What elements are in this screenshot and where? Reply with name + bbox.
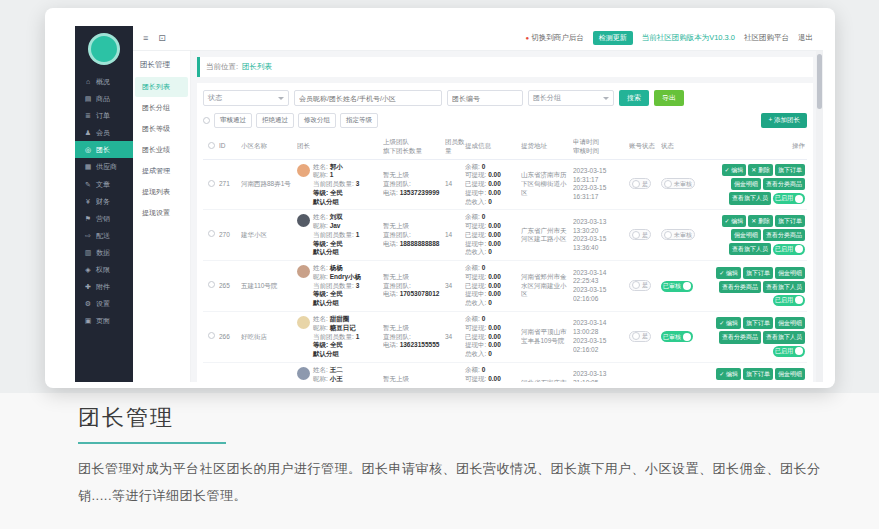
- search-button[interactable]: 搜索: [619, 90, 649, 106]
- pickup-address: 河北省石家庄市长安区谈固小区: [521, 379, 573, 382]
- submenu-item-团长等级[interactable]: 团长等级: [135, 119, 188, 139]
- select-all-checkbox[interactable]: [203, 117, 210, 124]
- sidebar-item-供应商[interactable]: ▦ 供应商: [75, 158, 133, 175]
- sidebar-item-财务[interactable]: ¥ 财务: [75, 193, 133, 210]
- table-row: 266 好吃街店 姓名: 甜甜圈昵称: 糖豆日记当前团员数量: 1等级: 全民默…: [203, 312, 807, 363]
- sidebar-item-icon: ◈: [84, 265, 92, 274]
- enable-toggle[interactable]: 已启用: [773, 295, 805, 306]
- submenu-title: 团长管理: [133, 54, 190, 76]
- sidebar-item-数据[interactable]: ▥ 数据: [75, 244, 133, 261]
- pickup-address: 河南省郑州市金水区河南建业小区: [521, 273, 573, 299]
- sidebar-item-订单[interactable]: ≣ 订单: [75, 107, 133, 124]
- leader-avatar: [297, 316, 310, 329]
- header-checkbox[interactable]: [208, 142, 215, 149]
- sidebar-item-概况[interactable]: ⌂ 概况: [75, 73, 133, 90]
- check-update-button[interactable]: 检测更新: [593, 31, 633, 45]
- account-status-toggle[interactable]: 是: [629, 229, 651, 240]
- sidebar-item-附件[interactable]: ✚ 附件: [75, 278, 133, 295]
- account-status-toggle[interactable]: 是: [629, 331, 651, 342]
- switch-merchant-link[interactable]: ●切换到商户后台: [526, 33, 584, 43]
- op-button-旗下订单[interactable]: 旗下订单: [743, 368, 773, 380]
- group-select[interactable]: 团长分组: [528, 90, 614, 106]
- batch-button-指定等级[interactable]: 指定等级: [340, 113, 378, 128]
- audit-status-toggle[interactable]: 未审核: [661, 229, 695, 240]
- row-checkbox[interactable]: [208, 332, 215, 339]
- submenu-item-团长分组[interactable]: 团长分组: [135, 98, 188, 118]
- op-button-查看分类商品[interactable]: 查看分类商品: [719, 281, 761, 293]
- add-leader-button[interactable]: + 添加团长: [761, 113, 807, 128]
- enable-toggle[interactable]: 已启用: [773, 193, 805, 204]
- leader-no-input[interactable]: [447, 90, 523, 106]
- keyword-input[interactable]: [294, 90, 442, 106]
- op-button-编辑[interactable]: ✓ 编辑: [716, 317, 741, 329]
- status-select[interactable]: 状态: [203, 90, 289, 106]
- op-button-旗下订单[interactable]: 旗下订单: [743, 267, 773, 279]
- refresh-icon[interactable]: ⊡: [158, 33, 166, 43]
- parent-team-info: 暂无上级直推团队:电话: 15836107091: [383, 375, 445, 382]
- account-status-toggle[interactable]: 是: [629, 178, 651, 189]
- row-id: 265: [219, 282, 241, 291]
- op-button-删除[interactable]: ✕ 删除: [748, 164, 773, 176]
- op-button-查看分类商品[interactable]: 查看分类商品: [763, 178, 805, 190]
- row-checkbox[interactable]: [208, 230, 215, 237]
- sidebar-item-label: 数据: [96, 248, 110, 257]
- chevron-down-icon: [278, 97, 284, 100]
- sidebar-item-文章[interactable]: ✎ 文章: [75, 176, 133, 193]
- op-button-旗下订单[interactable]: 旗下订单: [775, 215, 805, 227]
- enable-toggle[interactable]: 已启用: [773, 244, 805, 255]
- submenu-item-团长业绩[interactable]: 团长业绩: [135, 140, 188, 160]
- sidebar-item-权限[interactable]: ◈ 权限: [75, 261, 133, 278]
- op-button-佣金明细[interactable]: 佣金明细: [775, 368, 805, 380]
- op-button-佣金明细[interactable]: 佣金明细: [731, 178, 761, 190]
- sidebar-item-团长[interactable]: ◎ 团长: [75, 141, 133, 158]
- enable-toggle[interactable]: 已启用: [773, 346, 805, 357]
- content-scrollbar[interactable]: [816, 51, 823, 382]
- account-status-toggle[interactable]: 是: [629, 280, 651, 291]
- op-button-删除[interactable]: ✕ 删除: [748, 215, 773, 227]
- row-operations: ✓ 编辑✕ 删除旗下订单佣金明细查看分类商品查看旗下人员已启用: [707, 215, 807, 255]
- batch-button-审核通过[interactable]: 审核通过: [214, 113, 252, 128]
- sidebar-item-页面[interactable]: ▣ 页面: [75, 312, 133, 329]
- op-button-查看旗下人员[interactable]: 查看旗下人员: [729, 192, 771, 204]
- op-button-查看分类商品[interactable]: 查看分类商品: [719, 331, 761, 343]
- submenu-item-提现列表[interactable]: 提现列表: [135, 182, 188, 202]
- batch-button-拒绝通过[interactable]: 拒绝通过: [256, 113, 294, 128]
- batch-button-修改分组[interactable]: 修改分组: [298, 113, 336, 128]
- op-button-查看旗下人员[interactable]: 查看旗下人员: [729, 243, 771, 255]
- op-button-查看旗下人员[interactable]: 查看旗下人员: [763, 331, 805, 343]
- op-button-编辑[interactable]: ✓ 编辑: [716, 368, 741, 380]
- op-button-查看旗下人员[interactable]: 查看旗下人员: [763, 281, 805, 293]
- submenu-item-提成管理[interactable]: 提成管理: [135, 161, 188, 181]
- audit-status-toggle[interactable]: 已审核: [661, 331, 693, 342]
- row-checkbox[interactable]: [208, 180, 215, 187]
- pickup-address: 广东省广州市天河区建工路小区: [521, 227, 573, 245]
- sidebar-item-icon: ◎: [84, 145, 92, 154]
- op-button-佣金明细[interactable]: 佣金明细: [775, 267, 805, 279]
- op-button-旗下订单[interactable]: 旗下订单: [743, 317, 773, 329]
- sidebar-item-会员[interactable]: ♟ 会员: [75, 124, 133, 141]
- row-checkbox[interactable]: [208, 281, 215, 288]
- op-button-佣金明细[interactable]: 佣金明细: [731, 229, 761, 241]
- audit-status-toggle[interactable]: 已审核: [661, 281, 693, 292]
- op-button-佣金明细[interactable]: 佣金明细: [775, 317, 805, 329]
- sidebar-item-配送[interactable]: ⇨ 配送: [75, 227, 133, 244]
- op-button-编辑[interactable]: ✓ 编辑: [722, 215, 747, 227]
- page-title: 团长管理: [78, 403, 838, 433]
- admin-app: ⌂ 概况 ▤ 商品 ≣ 订单 ♟ 会员 ◎ 团长 ▦ 供应商 ✎ 文章 ¥ 财务…: [75, 26, 823, 382]
- scrollbar-thumb[interactable]: [817, 54, 822, 109]
- collapse-menu-icon[interactable]: ≡: [143, 33, 148, 43]
- op-button-编辑[interactable]: ✓ 编辑: [716, 267, 741, 279]
- submenu-item-提现设置[interactable]: 提现设置: [135, 203, 188, 223]
- sidebar-item-设置[interactable]: ⚙ 设置: [75, 295, 133, 312]
- audit-status-toggle[interactable]: 未审核: [661, 178, 695, 189]
- export-button[interactable]: 导出: [654, 90, 684, 106]
- column-header: ID: [219, 142, 241, 151]
- sidebar-item-营销[interactable]: ⚑ 营销: [75, 210, 133, 227]
- breadcrumb-current[interactable]: 团长列表: [242, 62, 272, 72]
- logout-link[interactable]: 退出: [798, 33, 813, 43]
- sidebar-item-商品[interactable]: ▤ 商品: [75, 90, 133, 107]
- op-button-旗下订单[interactable]: 旗下订单: [775, 164, 805, 176]
- op-button-编辑[interactable]: ✓ 编辑: [722, 164, 747, 176]
- op-button-查看分类商品[interactable]: 查看分类商品: [763, 229, 805, 241]
- submenu-item-团长列表[interactable]: 团长列表: [135, 77, 188, 97]
